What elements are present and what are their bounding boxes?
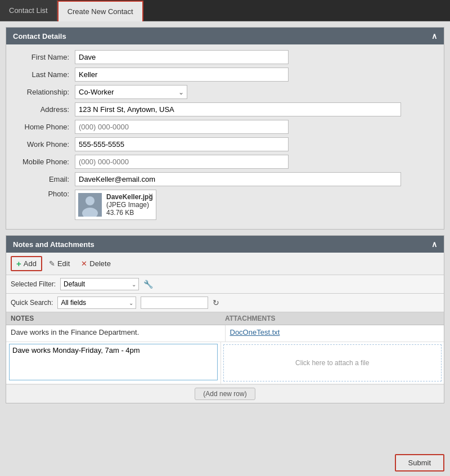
attachment-cell: DocOneTest.txt [226, 325, 444, 342]
quick-search-row: Quick Search: All fields ⌄ ↻ [6, 294, 444, 312]
tab-bar: Contact List Create New Contact [0, 0, 450, 21]
refresh-icon[interactable]: ↻ [213, 298, 219, 307]
work-phone-label: Work Phone: [13, 140, 75, 149]
add-label: Add [24, 259, 37, 268]
first-name-row: First Name: [13, 50, 437, 64]
home-phone-input[interactable] [75, 120, 289, 134]
photo-filesize: 43.76 KB [106, 209, 153, 217]
contact-details-body: First Name: Last Name: Relationship: Co-… [6, 44, 444, 229]
photo-thumbnail [78, 193, 102, 217]
mobile-phone-input[interactable] [75, 155, 289, 169]
notes-table-header: NOTES ATTACHMENTS [6, 312, 444, 325]
address-row: Address: [13, 102, 437, 116]
first-name-label: First Name: [13, 53, 75, 61]
last-name-label: Last Name: [13, 70, 75, 79]
add-new-row-bar: (Add new row) [6, 384, 444, 403]
wrench-icon[interactable]: 🔧 [143, 280, 153, 289]
selected-filter-select[interactable]: Default [60, 278, 139, 290]
contact-details-header: Contact Details ∧ [6, 28, 444, 44]
notes-attachments-title: Notes and Attachments [13, 240, 94, 249]
attachment-drop-area[interactable]: Click here to attach a file [223, 344, 442, 381]
photo-info: DaveKeller.jpg (JPEG Image) 43.76 KB [106, 193, 153, 217]
add-icon: + [16, 259, 21, 268]
attachments-column-header: ATTACHMENTS [225, 315, 439, 322]
notes-attachments-panel: Notes and Attachments ∧ + Add ✎ Edit ✕ D… [6, 235, 444, 403]
selected-filter-label: Selected Filter: [11, 280, 56, 288]
mobile-phone-label: Mobile Phone: [13, 158, 75, 166]
photo-filetype: (JPEG Image) [106, 201, 153, 209]
address-input[interactable] [75, 102, 401, 116]
filter-row: Selected Filter: Default ⌄ 🔧 [6, 275, 444, 294]
note-edit-cell: Dave works Monday-Friday, 7am - 4pm [6, 342, 221, 384]
tab-create-new-contact[interactable]: Create New Contact [57, 1, 143, 21]
svg-point-1 [86, 196, 94, 205]
add-new-row-button[interactable]: (Add new row) [195, 388, 255, 400]
main-content: Contact Details ∧ First Name: Last Name:… [0, 21, 450, 450]
photo-label: Photo: [13, 190, 75, 198]
delete-label: Delete [89, 259, 111, 268]
edit-label: Edit [57, 259, 70, 268]
delete-button[interactable]: ✕ Delete [76, 258, 115, 270]
delete-icon: ✕ [81, 259, 87, 268]
edit-button[interactable]: ✎ Edit [44, 258, 74, 270]
quick-search-label: Quick Search: [11, 299, 53, 307]
notes-attachments-collapse-icon[interactable]: ∧ [431, 240, 437, 249]
relationship-label: Relationship: [13, 88, 75, 96]
submit-button[interactable]: Submit [395, 454, 444, 471]
note-cell: Dave works in the Finance Department. [6, 325, 226, 342]
contact-details-collapse-icon[interactable]: ∧ [431, 32, 437, 41]
last-name-row: Last Name: [13, 68, 437, 82]
selected-filter-dropdown: Default ⌄ [60, 278, 139, 290]
work-phone-input[interactable] [75, 137, 289, 151]
quick-search-select[interactable]: All fields [57, 297, 136, 309]
relationship-select[interactable]: Co-Worker Friend Family Other [75, 85, 187, 99]
email-row: Email: [13, 172, 437, 186]
work-phone-row: Work Phone: [13, 137, 437, 151]
relationship-row: Relationship: Co-Worker Friend Family Ot… [13, 85, 437, 99]
table-row: Dave works in the Finance Department. Do… [6, 325, 444, 342]
add-button[interactable]: + Add [11, 256, 42, 271]
table-row: Dave works Monday-Friday, 7am - 4pm Clic… [6, 342, 444, 384]
last-name-input[interactable] [75, 68, 289, 82]
photo-row: Photo: DaveKeller.jpg (JPEG Image) 43. [13, 190, 437, 220]
notes-table-body: Dave works in the Finance Department. Do… [6, 325, 444, 384]
note-textarea[interactable]: Dave works Monday-Friday, 7am - 4pm [9, 344, 218, 380]
home-phone-label: Home Phone: [13, 123, 75, 131]
relationship-dropdown-wrapper: Co-Worker Friend Family Other ⌄ [75, 85, 187, 99]
notes-column-header: NOTES [11, 315, 225, 322]
photo-container: DaveKeller.jpg (JPEG Image) 43.76 KB ✕ [75, 190, 156, 220]
submit-bar: Submit [0, 450, 450, 476]
home-phone-row: Home Phone: [13, 120, 437, 134]
photo-close-icon[interactable]: ✕ [148, 192, 154, 200]
email-label: Email: [13, 175, 75, 183]
mobile-phone-row: Mobile Phone: [13, 155, 437, 169]
contact-details-panel: Contact Details ∧ First Name: Last Name:… [6, 27, 444, 230]
edit-icon: ✎ [49, 259, 55, 268]
notes-attachments-header: Notes and Attachments ∧ [6, 236, 444, 253]
email-input[interactable] [75, 172, 401, 186]
contact-details-title: Contact Details [13, 32, 66, 41]
notes-toolbar: + Add ✎ Edit ✕ Delete [6, 253, 444, 275]
quick-search-dropdown: All fields ⌄ [57, 297, 136, 309]
photo-filename: DaveKeller.jpg [106, 193, 153, 201]
address-label: Address: [13, 105, 75, 114]
tab-contact-list[interactable]: Contact List [0, 0, 57, 21]
first-name-input[interactable] [75, 50, 289, 64]
quick-search-input[interactable] [141, 297, 208, 309]
attachment-link[interactable]: DocOneTest.txt [230, 328, 280, 336]
